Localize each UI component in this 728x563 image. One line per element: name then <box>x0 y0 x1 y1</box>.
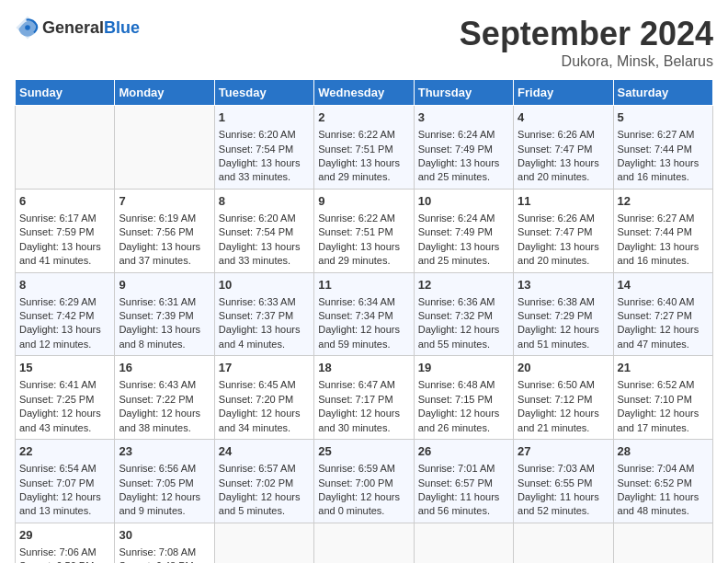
day-info-line: and 33 minutes. <box>219 170 310 184</box>
day-number: 17 <box>219 360 310 376</box>
calendar-week-row: 22Sunrise: 6:54 AMSunset: 7:07 PMDayligh… <box>16 440 713 523</box>
day-info-line: and 29 minutes. <box>318 170 409 184</box>
day-info-line: Sunrise: 6:27 AM <box>618 212 709 225</box>
day-number: 15 <box>19 360 110 376</box>
day-info-line: Sunset: 7:49 PM <box>418 143 509 156</box>
day-info-line: and 12 minutes. <box>19 338 110 351</box>
day-number: 27 <box>518 443 609 460</box>
header-day-tuesday: Tuesday <box>214 80 313 106</box>
day-number: 10 <box>219 277 310 293</box>
calendar-cell: 25Sunrise: 6:59 AMSunset: 7:00 PMDayligh… <box>314 440 414 523</box>
calendar-cell: 1Sunrise: 6:20 AMSunset: 7:54 PMDaylight… <box>214 106 313 190</box>
day-info-line: Sunrise: 6:17 AM <box>19 212 110 225</box>
calendar-cell: 20Sunrise: 6:50 AMSunset: 7:12 PMDayligh… <box>514 356 613 440</box>
day-number: 8 <box>219 193 310 210</box>
day-info-line: Sunset: 7:44 PM <box>618 143 709 156</box>
calendar-cell: 17Sunrise: 6:45 AMSunset: 7:20 PMDayligh… <box>214 356 313 440</box>
calendar-cell <box>514 523 613 563</box>
day-info-line: Sunrise: 7:01 AM <box>418 462 509 476</box>
day-info-line: Sunrise: 6:33 AM <box>219 295 310 309</box>
calendar-cell: 12Sunrise: 6:27 AMSunset: 7:44 PMDayligh… <box>613 189 712 272</box>
day-number: 6 <box>19 193 110 210</box>
day-info-line: Sunset: 7:54 PM <box>219 143 310 156</box>
day-info-line: Sunset: 7:32 PM <box>418 309 509 323</box>
day-info-line: Daylight: 13 hours <box>418 156 509 170</box>
header-day-monday: Monday <box>115 80 214 106</box>
calendar-cell <box>314 523 414 563</box>
day-info-line: Sunset: 7:37 PM <box>219 309 310 323</box>
day-info-line: Sunset: 7:02 PM <box>219 477 310 490</box>
day-info-line: and 59 minutes. <box>318 338 409 351</box>
day-number: 7 <box>119 193 210 210</box>
calendar-cell <box>214 523 313 563</box>
day-info-line: Daylight: 12 hours <box>518 407 609 420</box>
calendar-cell: 6Sunrise: 6:17 AMSunset: 7:59 PMDaylight… <box>16 189 115 272</box>
day-info-line: Daylight: 11 hours <box>618 490 709 504</box>
logo: GeneralBlue <box>15 15 140 40</box>
day-info-line: Sunset: 7:10 PM <box>618 393 709 407</box>
day-info-line: Sunset: 6:57 PM <box>418 477 509 490</box>
day-info-line: Sunset: 7:56 PM <box>119 225 210 239</box>
calendar-cell: 27Sunrise: 7:03 AMSunset: 6:55 PMDayligh… <box>514 440 613 523</box>
title-block: September 2024 Dukora, Minsk, Belarus <box>460 15 713 70</box>
day-info-line: and 0 minutes. <box>318 504 409 518</box>
day-number: 9 <box>119 277 210 293</box>
calendar-cell: 8Sunrise: 6:20 AMSunset: 7:54 PMDaylight… <box>214 189 313 272</box>
day-info-line: Sunset: 7:15 PM <box>418 393 509 407</box>
day-info-line: Sunrise: 6:52 AM <box>618 378 709 392</box>
day-info-line: Daylight: 12 hours <box>418 407 509 420</box>
day-info-line: Sunset: 6:50 PM <box>19 559 110 563</box>
day-info-line: and 5 minutes. <box>219 504 310 518</box>
day-info-line: and 17 minutes. <box>618 421 709 435</box>
day-info-line: Daylight: 13 hours <box>618 240 709 254</box>
day-info-line: Daylight: 13 hours <box>518 156 609 170</box>
day-info-line: Daylight: 12 hours <box>219 407 310 420</box>
day-info-line: and 26 minutes. <box>418 421 509 435</box>
day-info-line: and 13 minutes. <box>19 504 110 518</box>
calendar-cell: 7Sunrise: 6:19 AMSunset: 7:56 PMDaylight… <box>115 189 214 272</box>
day-info-line: Sunset: 7:51 PM <box>318 143 409 156</box>
day-info-line: Sunrise: 6:26 AM <box>518 212 609 225</box>
day-number: 10 <box>418 193 509 210</box>
day-info-line: Sunset: 7:07 PM <box>19 477 110 490</box>
day-number: 12 <box>618 193 709 210</box>
day-info-line: and 30 minutes. <box>318 421 409 435</box>
calendar-cell: 23Sunrise: 6:56 AMSunset: 7:05 PMDayligh… <box>115 440 214 523</box>
day-info-line: Sunrise: 6:59 AM <box>318 462 409 476</box>
day-info-line: Sunset: 7:47 PM <box>518 225 609 239</box>
day-info-line: and 37 minutes. <box>119 254 210 268</box>
day-info-line: Sunrise: 7:08 AM <box>119 546 210 559</box>
day-info-line: and 43 minutes. <box>19 421 110 435</box>
day-info-line: Daylight: 13 hours <box>19 323 110 337</box>
day-number: 3 <box>418 109 509 126</box>
calendar-header-row: SundayMondayTuesdayWednesdayThursdayFrid… <box>16 80 713 106</box>
calendar-cell: 13Sunrise: 6:38 AMSunset: 7:29 PMDayligh… <box>514 272 613 356</box>
calendar-cell: 19Sunrise: 6:48 AMSunset: 7:15 PMDayligh… <box>414 356 513 440</box>
day-info-line: Daylight: 13 hours <box>119 323 210 337</box>
calendar-week-row: 29Sunrise: 7:06 AMSunset: 6:50 PMDayligh… <box>16 523 713 563</box>
day-info-line: Sunrise: 6:36 AM <box>418 295 509 309</box>
day-info-line: Sunset: 7:54 PM <box>219 225 310 239</box>
calendar-cell: 21Sunrise: 6:52 AMSunset: 7:10 PMDayligh… <box>613 356 712 440</box>
day-info-line: Sunset: 7:29 PM <box>518 309 609 323</box>
day-info-line: and 16 minutes. <box>618 254 709 268</box>
day-info-line: Daylight: 12 hours <box>518 323 609 337</box>
day-info-line: Sunset: 7:20 PM <box>219 393 310 407</box>
day-info-line: Sunset: 7:34 PM <box>318 309 409 323</box>
day-info-line: Sunset: 7:51 PM <box>318 225 409 239</box>
day-info-line: Daylight: 12 hours <box>19 490 110 504</box>
calendar-cell: 16Sunrise: 6:43 AMSunset: 7:22 PMDayligh… <box>115 356 214 440</box>
day-info-line: Sunset: 7:12 PM <box>518 393 609 407</box>
day-info-line: Daylight: 12 hours <box>618 407 709 420</box>
day-info-line: and 25 minutes. <box>418 170 509 184</box>
day-info-line: Sunset: 7:42 PM <box>19 309 110 323</box>
day-info-line: Sunrise: 6:38 AM <box>518 295 609 309</box>
day-info-line: Sunrise: 6:20 AM <box>219 212 310 225</box>
day-info-line: Sunset: 6:48 PM <box>119 559 210 563</box>
day-info-line: and 56 minutes. <box>418 504 509 518</box>
day-info-line: Daylight: 13 hours <box>418 240 509 254</box>
day-info-line: Sunrise: 6:45 AM <box>219 378 310 392</box>
page-header: GeneralBlue September 2024 Dukora, Minsk… <box>15 15 713 70</box>
day-info-line: Sunset: 7:49 PM <box>418 225 509 239</box>
day-info-line: and 20 minutes. <box>518 254 609 268</box>
